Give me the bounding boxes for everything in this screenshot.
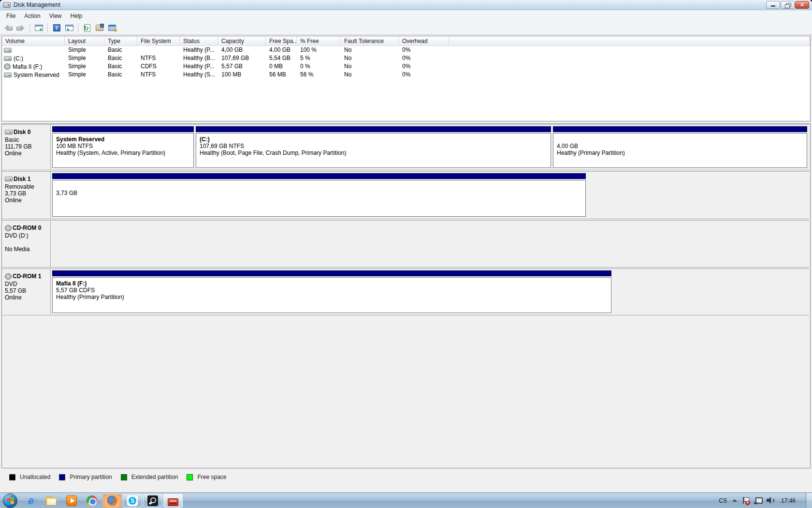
- volume-name: (C:): [14, 55, 23, 62]
- taskbar: e CS ✕ 17:46: [0, 493, 812, 508]
- disk-drive-icon: [4, 48, 12, 53]
- restore-button[interactable]: [781, 1, 795, 9]
- disk-info-line: 111,79 GB: [5, 143, 49, 150]
- volume-row[interactable]: System ReservedSimpleBasicNTFSHealthy (S…: [2, 71, 810, 79]
- cell-layout: Simple: [65, 46, 104, 54]
- volume-row[interactable]: (C:)SimpleBasicNTFSHealthy (B...107,69 G…: [2, 54, 810, 62]
- cell-layout: Simple: [65, 62, 104, 71]
- partition-size: 5,57 GB CDFS: [56, 287, 608, 294]
- taskbar-button-disk-management[interactable]: [163, 494, 183, 508]
- disk-info-line: Online: [5, 197, 49, 204]
- disk-name: Disk 0: [5, 129, 49, 135]
- volume-row[interactable]: SimpleBasicHealthy (P...4,00 GB4,00 GB10…: [2, 46, 810, 54]
- help-dialog-button[interactable]: ?: [51, 23, 62, 33]
- taskbar-button-chrome[interactable]: [82, 494, 102, 508]
- toolbar-separator: [29, 23, 30, 33]
- disk-info-line: Basic: [5, 136, 49, 143]
- disk-row-cd-rom-1: CD-ROM 1DVD5,57 GBOnlineMafia II (F:)5,5…: [2, 269, 809, 315]
- column-header-overhead[interactable]: Overhead: [399, 36, 449, 45]
- show-hidden-icons-icon[interactable]: [732, 499, 737, 502]
- forward-button[interactable]: [15, 23, 27, 33]
- disk-drive-icon: [4, 56, 12, 61]
- chrome-icon: [87, 495, 97, 506]
- menu-file[interactable]: File: [2, 11, 20, 21]
- partition-system-reserved[interactable]: System Reserved100 MB NTFSHealthy (Syste…: [52, 126, 194, 168]
- disk-name: CD-ROM 0: [5, 224, 49, 231]
- menu-view[interactable]: View: [45, 11, 66, 21]
- disk-info-line: Online: [5, 150, 49, 157]
- taskbar-button-skype[interactable]: [123, 494, 142, 508]
- column-header-free[interactable]: Free Spa...: [266, 36, 297, 45]
- disk-row-cd-rom-0: CD-ROM 0DVD (D:) No Media: [2, 220, 809, 268]
- windows-flag-icon: [7, 497, 14, 505]
- titlebar[interactable]: Disk Management: [0, 0, 812, 10]
- internet-explorer-icon: e: [26, 495, 36, 506]
- partition--c-[interactable]: (C:)107,69 GB NTFSHealthy (Boot, Page Fi…: [196, 126, 551, 168]
- media-player-icon: [66, 495, 77, 506]
- system-tray: CS ✕ 17:46: [719, 493, 812, 508]
- taskbar-button-windows-explorer[interactable]: [42, 494, 61, 508]
- legend-swatch-extended-partition: [121, 474, 127, 480]
- partition-4-00-gb[interactable]: 4,00 GBHealthy (Primary Partition): [553, 126, 807, 168]
- column-header-status[interactable]: Status: [180, 36, 218, 45]
- disk-info-line: 5,57 GB: [5, 287, 49, 294]
- taskbar-button-media-player[interactable]: [62, 494, 81, 508]
- refresh-button[interactable]: [81, 23, 93, 33]
- network-icon[interactable]: [754, 497, 761, 504]
- taskbar-button-firefox[interactable]: [102, 494, 122, 508]
- partition-3-73-gb[interactable]: 3,73 GB: [52, 173, 586, 217]
- language-indicator[interactable]: CS: [719, 497, 727, 504]
- column-header-layout[interactable]: Layout: [65, 36, 104, 45]
- steam-icon: [147, 495, 158, 506]
- show-desktop-button[interactable]: [806, 493, 812, 508]
- cell-fs: [137, 46, 180, 54]
- column-header-capacity[interactable]: Capacity: [218, 36, 266, 45]
- start-button[interactable]: [3, 493, 17, 508]
- partition-title: Mafia II (F:): [56, 280, 608, 287]
- back-button[interactable]: [2, 23, 14, 33]
- properties-button[interactable]: [94, 23, 105, 33]
- volume-icon[interactable]: [767, 497, 775, 504]
- column-header-pct_free[interactable]: % Free: [297, 36, 341, 45]
- disk-drive-icon: [5, 130, 13, 134]
- menu-action[interactable]: Action: [20, 11, 44, 21]
- column-header-type[interactable]: Type: [104, 36, 137, 45]
- toolbar-separator: [47, 23, 48, 33]
- disk-header-disk-0[interactable]: Disk 0Basic111,79 GBOnline: [2, 125, 51, 170]
- volume-row[interactable]: Mafia II (F:)SimpleBasicCDFSHealthy (P..…: [2, 62, 810, 71]
- disk-header-cd-rom-1[interactable]: CD-ROM 1DVD5,57 GBOnline: [2, 269, 51, 315]
- show-action-pane-button[interactable]: [63, 23, 75, 33]
- disk-header-disk-1[interactable]: Disk 1Removable3,73 GBOnline: [2, 172, 51, 219]
- legend-label: Free space: [197, 474, 226, 480]
- taskbar-button-steam[interactable]: [143, 494, 162, 508]
- taskbar-button-internet-explorer[interactable]: e: [21, 494, 41, 508]
- cd-drive-icon: [5, 225, 12, 231]
- disk-drive-icon: [5, 177, 13, 181]
- close-button[interactable]: [795, 1, 809, 9]
- column-header-fs[interactable]: File System: [137, 36, 180, 45]
- cell-capacity: 107,69 GB: [218, 54, 266, 62]
- menu-help[interactable]: Help: [66, 11, 87, 21]
- minimize-button[interactable]: [766, 1, 780, 9]
- skype-icon: [127, 495, 138, 506]
- cell-volume: (C:): [2, 54, 65, 62]
- disk-header-cd-rom-0[interactable]: CD-ROM 0DVD (D:) No Media: [2, 221, 51, 267]
- disk-info-line: Online: [5, 294, 49, 301]
- help-topics-button[interactable]: [106, 23, 118, 33]
- cell-fs: NTFS: [137, 71, 180, 79]
- column-header-volume[interactable]: Volume: [2, 36, 65, 45]
- cell-free: 5,54 GB: [266, 54, 297, 62]
- cell-status: Healthy (P...: [180, 62, 218, 71]
- clock[interactable]: 17:46: [781, 497, 796, 504]
- windows-explorer-icon: [46, 497, 57, 506]
- column-header-fault[interactable]: Fault Tolerance: [341, 36, 399, 45]
- cell-pct_free: 100 %: [297, 46, 341, 54]
- show-console-tree-button[interactable]: [33, 23, 44, 33]
- partition-type-bar: [553, 126, 807, 132]
- cell-layout: Simple: [65, 71, 104, 79]
- cell-volume: Mafia II (F:): [2, 62, 65, 71]
- action-center-flag-icon[interactable]: ✕: [742, 497, 749, 504]
- cell-capacity: 100 MB: [218, 71, 266, 79]
- partition-mafia-ii-f-[interactable]: Mafia II (F:)5,57 GB CDFSHealthy (Primar…: [52, 270, 611, 313]
- cell-overhead: 0%: [399, 54, 449, 62]
